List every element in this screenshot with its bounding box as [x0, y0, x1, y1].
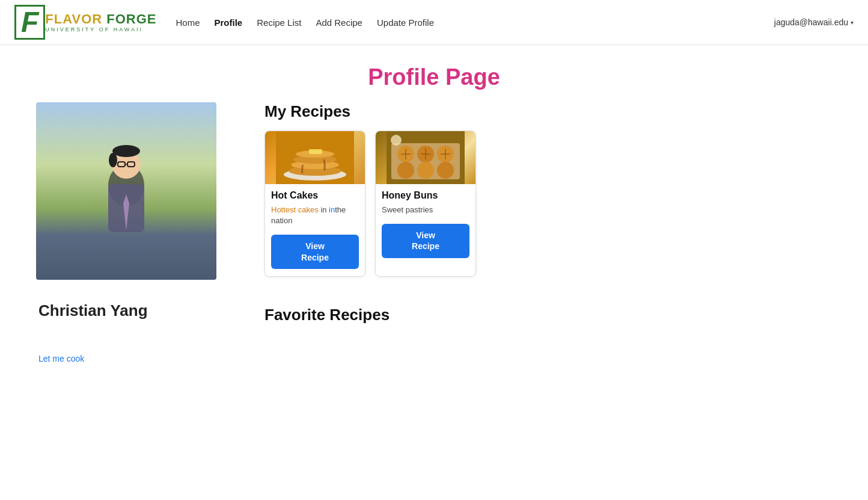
- favorite-recipes-title: Favorite Recipes: [264, 306, 805, 324]
- honey-buns-desc: Sweet pastries: [382, 205, 469, 215]
- hot-cakes-desc: Hottest cakes in inthe nation: [271, 205, 359, 226]
- nav-update-profile[interactable]: Update Profile: [377, 17, 434, 28]
- profile-name: Christian Yang: [36, 301, 228, 320]
- hot-cakes-desc-in: in: [329, 205, 335, 214]
- honey-buns-svg: [387, 131, 465, 184]
- honey-buns-title: Honey Buns: [382, 190, 469, 201]
- hot-cakes-title: Hot Cakes: [271, 190, 359, 201]
- svg-point-23: [437, 162, 454, 179]
- hot-cakes-desc-part1: Hottest cakes: [271, 205, 319, 214]
- hot-cakes-svg: [276, 131, 354, 184]
- honey-buns-image: [376, 131, 475, 184]
- main-content: Christian Yang Let me cook My Recipes: [0, 102, 842, 363]
- page-title-section: Profile Page: [0, 45, 868, 102]
- brand-logo-f: F: [14, 5, 45, 40]
- hot-cakes-desc-part2: in: [319, 205, 329, 214]
- brand-subtitle: UNIVERSITY OF HAWAII: [45, 26, 156, 32]
- hot-cakes-image: [265, 131, 365, 184]
- honey-buns-body: Honey Buns Sweet pastries ViewRecipe: [376, 184, 475, 265]
- brand-title-forge: FORGE: [106, 11, 156, 26]
- hot-cakes-body: Hot Cakes Hottest cakes in inthe nation …: [265, 184, 365, 276]
- recipe-cards-container: Hot Cakes Hottest cakes in inthe nation …: [264, 131, 805, 277]
- nav-links: Home Profile Recipe List Add Recipe Upda…: [176, 17, 774, 28]
- brand-title-flavor: FLAVOR: [45, 11, 102, 26]
- hot-cakes-view-button[interactable]: ViewRecipe: [271, 235, 359, 268]
- recipe-card-hot-cakes: Hot Cakes Hottest cakes in inthe nation …: [264, 131, 365, 277]
- profile-photo-img: [36, 102, 216, 280]
- nav-home[interactable]: Home: [176, 17, 200, 28]
- svg-point-7: [112, 145, 140, 157]
- nav-recipe-list[interactable]: Recipe List: [257, 17, 301, 28]
- page-title: Profile Page: [0, 64, 868, 90]
- navbar: F FLAVOR FORGE UNIVERSITY OF HAWAII Home…: [0, 0, 868, 45]
- user-email: jaguda@hawaii.edu: [774, 17, 848, 27]
- svg-point-22: [417, 162, 434, 179]
- caret-down-icon: ▾: [851, 19, 854, 26]
- profile-left-col: Christian Yang Let me cook: [36, 102, 228, 363]
- profile-bio: Let me cook: [36, 354, 228, 363]
- brand-text: FLAVOR FORGE UNIVERSITY OF HAWAII: [45, 12, 156, 32]
- profile-photo-container: [36, 102, 216, 280]
- svg-rect-15: [309, 149, 322, 154]
- user-menu[interactable]: jaguda@hawaii.edu ▾: [774, 17, 854, 27]
- my-recipes-title: My Recipes: [264, 102, 805, 121]
- brand-logo-link[interactable]: F FLAVOR FORGE UNIVERSITY OF HAWAII: [14, 5, 157, 40]
- honey-buns-view-button[interactable]: ViewRecipe: [382, 224, 469, 258]
- nav-profile[interactable]: Profile: [215, 17, 243, 28]
- profile-right-col: My Recipes: [264, 102, 805, 363]
- brand-title: FLAVOR FORGE: [45, 12, 156, 26]
- profile-photo-svg: [90, 131, 162, 252]
- svg-point-8: [109, 153, 117, 167]
- svg-point-30: [391, 135, 402, 146]
- nav-add-recipe[interactable]: Add Recipe: [316, 17, 362, 28]
- svg-point-21: [397, 162, 414, 179]
- recipe-card-honey-buns: Honey Buns Sweet pastries ViewRecipe: [375, 131, 476, 277]
